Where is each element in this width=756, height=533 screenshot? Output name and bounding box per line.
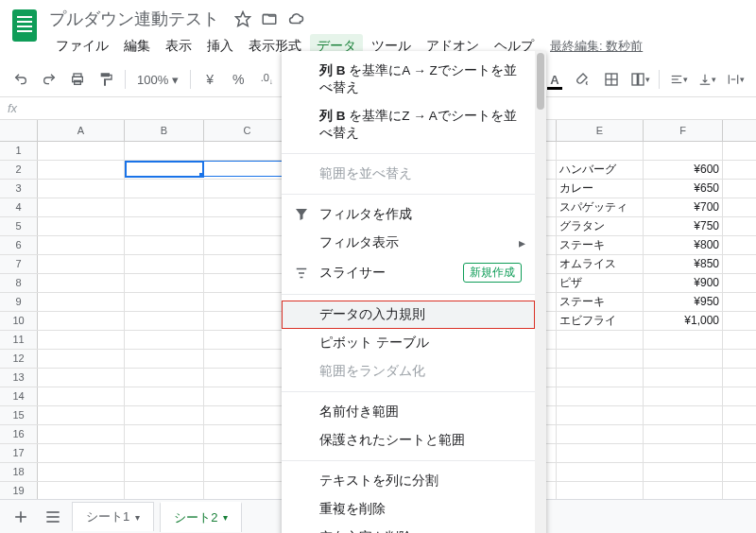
cell-E6[interactable]: ステーキ [557,236,644,254]
cell-E15[interactable] [557,406,644,424]
paint-format-button[interactable] [93,66,119,93]
select-all-corner[interactable] [0,120,38,141]
cell-A15[interactable] [38,406,125,424]
print-button[interactable] [64,66,91,93]
row-header[interactable]: 8 [0,274,38,292]
sheets-logo[interactable] [8,8,42,42]
row-header[interactable]: 1 [0,142,38,160]
cell-E11[interactable] [557,331,644,349]
cell-A11[interactable] [38,331,125,349]
cell-C2[interactable] [204,161,291,177]
row-header[interactable]: 7 [0,255,38,273]
cell-B6[interactable] [125,236,204,254]
cell-E19[interactable] [557,482,644,500]
dd-trim[interactable]: 空白文字を削除 [282,524,535,533]
cell-F3[interactable]: ¥650 [644,180,723,198]
cell-E14[interactable] [557,387,644,405]
cell-A8[interactable] [38,274,125,292]
cell-C18[interactable] [204,463,291,481]
col-header-E[interactable]: E [557,120,644,141]
cell-E8[interactable]: ピザ [557,274,644,292]
cell-C10[interactable] [204,312,291,330]
cell-B1[interactable] [125,142,204,160]
cell-E4[interactable]: スパゲッティ [557,198,644,216]
dd-split-text[interactable]: テキストを列に分割 [282,467,535,495]
cell-F6[interactable]: ¥800 [644,236,723,254]
cell-E7[interactable]: オムライス [557,255,644,273]
row-header[interactable]: 2 [0,161,38,179]
cell-B3[interactable] [125,180,204,198]
cell-B14[interactable] [125,387,204,405]
cell-B8[interactable] [125,274,204,292]
cell-E10[interactable]: エビフライ [557,312,644,330]
cell-F17[interactable] [644,444,723,462]
cell-C13[interactable] [204,369,291,387]
cell-C12[interactable] [204,350,291,368]
cell-A10[interactable] [38,312,125,330]
cell-C5[interactable] [204,217,291,235]
zoom-select[interactable]: 100%▾ [131,73,184,87]
cell-F8[interactable]: ¥900 [644,274,723,292]
cell-A18[interactable] [38,463,125,481]
merge-button[interactable]: ▾ [627,66,653,93]
cell-B18[interactable] [125,463,204,481]
cell-C1[interactable] [204,142,291,160]
row-header[interactable]: 4 [0,198,38,216]
row-header[interactable]: 15 [0,406,38,424]
redo-button[interactable] [36,66,62,93]
cell-F2[interactable]: ¥600 [644,161,723,179]
col-header-F[interactable]: F [644,120,723,141]
cell-C17[interactable] [204,444,291,462]
cell-E9[interactable]: ステーキ [557,293,644,311]
dd-create-filter[interactable]: フィルタを作成 [282,200,535,229]
cell-A5[interactable] [38,217,125,235]
valign-button[interactable]: ▾ [694,66,720,93]
cell-F10[interactable]: ¥1,000 [644,312,723,330]
cell-B2[interactable] [125,161,204,178]
row-header[interactable]: 17 [0,444,38,462]
row-header[interactable]: 11 [0,331,38,349]
cell-E1[interactable] [557,142,644,160]
dd-sort-az[interactable]: 列 B を基準にA → Zでシートを並べ替え [282,57,535,102]
cell-B12[interactable] [125,350,204,368]
currency-button[interactable]: ¥ [197,66,223,93]
cell-E16[interactable] [557,425,644,443]
cell-A12[interactable] [38,350,125,368]
row-header[interactable]: 3 [0,180,38,198]
sheet-tab-2[interactable]: シート2▾ [160,502,242,532]
cell-F4[interactable]: ¥700 [644,198,723,216]
cell-C16[interactable] [204,425,291,443]
cell-E18[interactable] [557,463,644,481]
col-header-A[interactable]: A [38,120,125,141]
dd-slicer[interactable]: スライサー 新規作成 [282,257,535,288]
cell-F7[interactable]: ¥850 [644,255,723,273]
last-edit-link[interactable]: 最終編集: 数秒前 [550,38,643,55]
cell-C8[interactable] [204,274,291,292]
align-button[interactable]: ▾ [665,66,692,93]
cell-B7[interactable] [125,255,204,273]
cell-B11[interactable] [125,331,204,349]
cell-A19[interactable] [38,482,125,500]
row-header[interactable]: 6 [0,236,38,254]
cell-B19[interactable] [125,482,204,500]
cell-F19[interactable] [644,482,723,500]
cloud-icon[interactable] [287,10,304,27]
dd-sort-za[interactable]: 列 B を基準にZ → Aでシートを並べ替え [282,102,535,147]
cell-B10[interactable] [125,312,204,330]
cell-A1[interactable] [38,142,125,160]
cell-A9[interactable] [38,293,125,311]
cell-A17[interactable] [38,444,125,462]
cell-C6[interactable] [204,236,291,254]
undo-button[interactable] [8,66,34,93]
cell-C3[interactable] [204,180,291,198]
cell-A16[interactable] [38,425,125,443]
cell-A7[interactable] [38,255,125,273]
cell-A13[interactable] [38,369,125,387]
cell-B4[interactable] [125,198,204,216]
dd-filter-views[interactable]: フィルタ表示▸ [282,229,535,257]
cell-B5[interactable] [125,217,204,235]
cell-F16[interactable] [644,425,723,443]
dropdown-scrollbar[interactable] [535,51,546,533]
percent-button[interactable]: % [225,66,251,93]
cell-B9[interactable] [125,293,204,311]
